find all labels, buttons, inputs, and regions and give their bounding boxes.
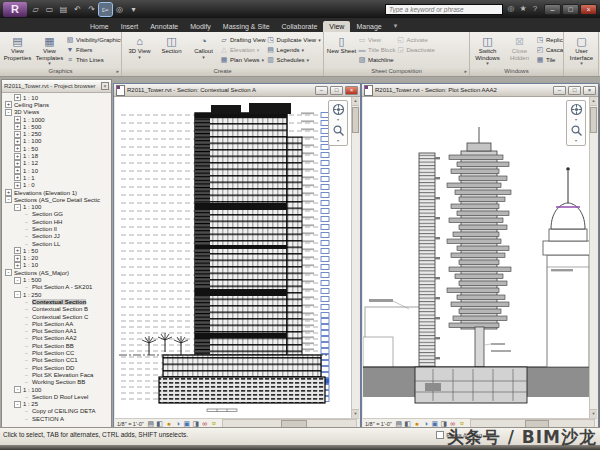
vertical-scrollbar[interactable]: ▲ ▼ xyxy=(589,97,597,418)
restore-button[interactable]: □ xyxy=(568,86,581,95)
tree-expand-icon[interactable]: + xyxy=(14,138,21,145)
tab-collaborate[interactable]: Collaborate xyxy=(276,21,324,32)
minimize-button[interactable]: – xyxy=(553,86,566,95)
tree-expand-icon[interactable]: + xyxy=(14,94,21,101)
browser-item-contextual-section-b[interactable]: ‒Contextual Section B xyxy=(2,306,111,313)
3d-view-button[interactable]: ⌂3D View▾ xyxy=(124,33,155,59)
tab-home[interactable]: Home xyxy=(84,21,115,32)
tree-expand-icon[interactable]: + xyxy=(14,131,21,138)
tree-expand-icon[interactable]: + xyxy=(14,123,21,130)
plan-views-button[interactable]: ▦Plan Views▾ xyxy=(220,55,266,64)
restore-button[interactable]: □ xyxy=(562,4,579,15)
tree-expand-icon[interactable]: - xyxy=(5,196,12,203)
drafting-view-button[interactable]: ▱Drafting View xyxy=(220,35,266,44)
browser-item-1-100[interactable]: +1 : 100 xyxy=(2,138,111,145)
browser-item-section-ii[interactable]: ‒Section II xyxy=(2,225,111,232)
open-icon[interactable]: ▭ xyxy=(43,3,56,16)
browser-item-plot-section-aa[interactable]: ‒Plot Section AA xyxy=(2,320,111,327)
chevron-down-icon[interactable]: ▾ xyxy=(575,118,577,122)
redo-icon[interactable]: ↷ xyxy=(85,3,98,16)
new-icon[interactable]: ▱ xyxy=(29,3,42,16)
browser-item-1-0[interactable]: +1 : 0 xyxy=(2,182,111,189)
browser-item-1-25[interactable]: -1 : 25 xyxy=(2,400,111,407)
browser-item-section-ll[interactable]: ‒Section LL xyxy=(2,240,111,247)
close-button[interactable]: × xyxy=(345,86,358,95)
favorites-icon[interactable]: ★ xyxy=(517,3,529,15)
browser-item-1-50[interactable]: +1 : 50 xyxy=(2,247,111,254)
browser-item-1-20[interactable]: +1 : 20 xyxy=(2,255,111,262)
browser-item-ceiling-plans[interactable]: +Ceiling Plans xyxy=(2,101,111,108)
minimize-button[interactable]: – xyxy=(315,86,328,95)
browser-item-1-10[interactable]: +1 : 10 xyxy=(2,262,111,269)
browser-item-plot-section-bb[interactable]: ‒Plot Section BB xyxy=(2,342,111,349)
tab-massing-site[interactable]: Massing & Site xyxy=(217,21,276,32)
tree-expand-icon[interactable]: + xyxy=(5,189,12,196)
steering-wheel-icon[interactable] xyxy=(332,103,345,116)
tree-expand-icon[interactable]: - xyxy=(14,401,21,408)
browser-item-3d-views[interactable]: -3D Views xyxy=(2,109,111,116)
browser-item-working-section-bb[interactable]: ‒Working Section BB xyxy=(2,379,111,386)
matchline-button[interactable]: ▨Matchline xyxy=(358,55,395,64)
browser-item-plot-section-cc[interactable]: ‒Plot Section CC xyxy=(2,349,111,356)
tab-modify[interactable]: Modify xyxy=(184,21,217,32)
application-menu-button[interactable]: R xyxy=(3,2,27,17)
tree-expand-icon[interactable]: + xyxy=(14,167,21,174)
scroll-down-icon[interactable]: ▼ xyxy=(352,409,359,418)
browser-item-1-10[interactable]: +1 : 10 xyxy=(2,94,111,101)
browser-item-plot-section-dd[interactable]: ‒Plot Section DD xyxy=(2,364,111,371)
browser-item-elevations-elevation-1[interactable]: +Elevations (Elevation 1) xyxy=(2,189,111,196)
search-input[interactable] xyxy=(385,4,503,15)
tab-annotate[interactable]: Annotate xyxy=(144,21,184,32)
tree-expand-icon[interactable]: + xyxy=(14,116,21,123)
steering-wheel-icon[interactable] xyxy=(570,103,583,116)
cascade-button[interactable]: ◰Cascade xyxy=(536,45,563,54)
browser-item-section-hh[interactable]: ‒Section HH xyxy=(2,218,111,225)
tab-insert[interactable]: Insert xyxy=(115,21,145,32)
restore-button[interactable]: □ xyxy=(330,86,343,95)
duplicate-view-button[interactable]: ◳Duplicate View▾ xyxy=(267,35,321,44)
browser-item-plot-sk-elevation-faca[interactable]: ‒Plot SK Elevation Faca xyxy=(2,371,111,378)
panel-dialog-launcher-icon[interactable]: ▸ xyxy=(464,66,467,76)
tree-expand-icon[interactable]: - xyxy=(5,269,12,276)
schedules-button[interactable]: ▥Schedules▾ xyxy=(267,55,321,64)
tree-expand-icon[interactable]: - xyxy=(14,386,21,393)
browser-item-contextual-section[interactable]: ‒Contextual Section xyxy=(2,298,111,305)
tree-expand-icon[interactable]: - xyxy=(5,109,12,116)
close-button[interactable]: × xyxy=(583,86,596,95)
browser-item-1-10[interactable]: +1 : 10 xyxy=(2,167,111,174)
filters-button[interactable]: ▼Filters xyxy=(66,45,121,54)
tree-expand-icon[interactable]: + xyxy=(14,255,21,262)
modify-cursor-icon[interactable]: ▻ xyxy=(99,3,112,16)
tree-expand-icon[interactable]: + xyxy=(14,145,21,152)
browser-item-1-1[interactable]: +1 : 1 xyxy=(2,174,111,181)
browser-item-section-jj[interactable]: ‒Section JJ xyxy=(2,233,111,240)
drawing-canvas-plot-section[interactable]: ▾ ▾ xyxy=(363,97,589,418)
scroll-down-icon[interactable]: ▼ xyxy=(590,409,597,418)
chevron-down-icon[interactable]: ▾ xyxy=(337,118,339,122)
browser-item-contextual-section-c[interactable]: ‒Contextual Section C xyxy=(2,313,111,320)
chevron-down-icon[interactable]: ▾ xyxy=(337,139,339,143)
window-title-bar[interactable]: R2011_Tower.rvt - Section: Contextual Se… xyxy=(114,84,360,97)
browser-item-1-500[interactable]: +1 : 500 xyxy=(2,123,111,130)
browser-item-1-500[interactable]: -1 : 500 xyxy=(2,276,111,283)
tree-expand-icon[interactable]: - xyxy=(14,277,21,284)
tile-button[interactable]: ▦Tile xyxy=(536,55,563,64)
browser-item-plot-section-aa1[interactable]: ‒Plot Section AA1 xyxy=(2,328,111,335)
browser-item-section-d-roof-level[interactable]: ‒Section D Roof Level xyxy=(2,393,111,400)
tree-expand-icon[interactable]: + xyxy=(14,262,21,269)
tree-expand-icon[interactable]: + xyxy=(14,160,21,167)
browser-item-1-50[interactable]: +1 : 50 xyxy=(2,145,111,152)
user-interface-button[interactable]: ▢User Interface▾ xyxy=(566,33,597,65)
scroll-up-icon[interactable]: ▲ xyxy=(352,97,359,106)
new-sheet-button[interactable]: ▯New Sheet xyxy=(326,33,357,55)
browser-item-section-gg[interactable]: ‒Section GG xyxy=(2,211,111,218)
panel-dialog-launcher-icon[interactable]: ▸ xyxy=(116,66,119,76)
visibility-graphics-button[interactable]: ▧Visibility/Graphics xyxy=(66,35,121,44)
zoom-icon[interactable] xyxy=(570,124,583,137)
browser-item-copy-of-ceiling-deta[interactable]: ‒Copy of CEILING DETA xyxy=(2,408,111,415)
zoom-icon[interactable] xyxy=(332,124,345,137)
browser-item-1-250[interactable]: -1 : 250 xyxy=(2,291,111,298)
browser-item-section-a[interactable]: ‒SECTION A xyxy=(2,415,111,422)
tab-manage[interactable]: Manage xyxy=(350,21,387,32)
legends-button[interactable]: ▤Legends▾ xyxy=(267,45,321,54)
